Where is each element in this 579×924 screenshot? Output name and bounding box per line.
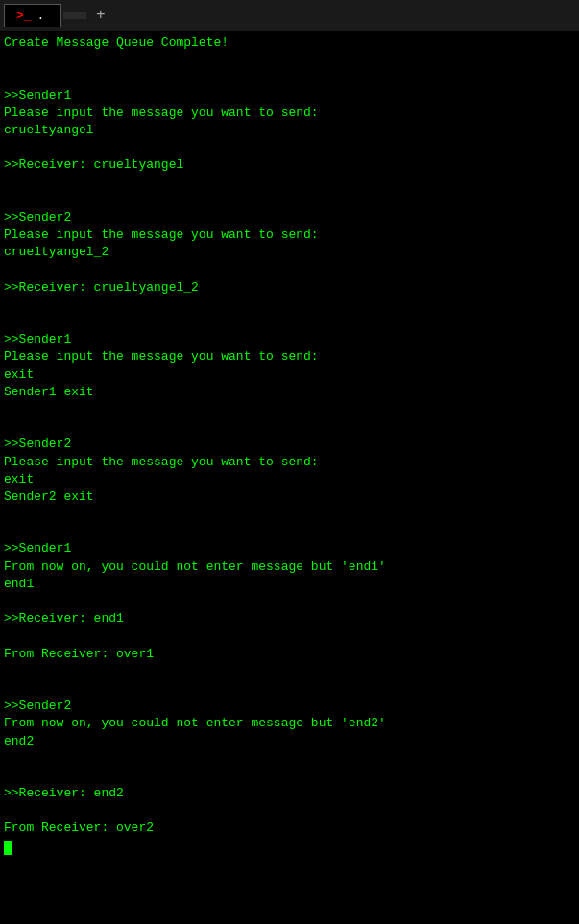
empty-line	[4, 261, 575, 278]
empty-line	[4, 192, 575, 209]
terminal-line: Please input the message you want to sen…	[4, 226, 575, 244]
empty-line	[4, 506, 575, 523]
terminal-line: exit	[4, 367, 575, 384]
terminal-line: crueltyangel	[4, 122, 575, 139]
terminal-line: From now on, you could not enter message…	[4, 558, 575, 576]
tab-new-button[interactable]: +	[88, 3, 113, 28]
terminal-line: From now on, you could not enter message…	[4, 715, 575, 732]
empty-line	[4, 296, 575, 314]
cursor-line	[4, 838, 575, 855]
tab-bar: >_ . +	[0, 0, 579, 31]
terminal-line: Please input the message you want to sen…	[4, 454, 575, 471]
terminal-line: Please input the message you want to sen…	[4, 105, 575, 122]
terminal-line: Please input the message you want to sen…	[4, 348, 575, 366]
terminal-line: Create Message Queue Complete!	[4, 35, 575, 52]
terminal-line: >>Sender1	[4, 87, 575, 105]
terminal-line: Sender1 exit	[4, 384, 575, 401]
terminal-line: >>Receiver: crueltyangel_2	[4, 279, 575, 296]
tab-inactive[interactable]	[63, 12, 86, 19]
empty-line	[4, 401, 575, 418]
terminal-line: end2	[4, 733, 575, 750]
tab-active[interactable]: >_ .	[4, 4, 61, 27]
terminal-window: >_ . + Create Message Queue Complete!>>S…	[0, 0, 579, 924]
terminal-cursor	[4, 841, 12, 855]
tab-prompt-icon: >_	[16, 9, 32, 23]
terminal-line: end1	[4, 576, 575, 593]
empty-line	[4, 663, 575, 680]
empty-line	[4, 750, 575, 768]
empty-line	[4, 593, 575, 610]
empty-line	[4, 523, 575, 540]
terminal-line: >>Sender1	[4, 540, 575, 557]
empty-line	[4, 52, 575, 69]
empty-line	[4, 768, 575, 785]
empty-line	[4, 139, 575, 156]
terminal-line: crueltyangel_2	[4, 244, 575, 261]
tab-dot: .	[37, 9, 45, 23]
terminal-line: Sender2 exit	[4, 488, 575, 506]
terminal-line: >>Receiver: end1	[4, 610, 575, 628]
terminal-line: >>Sender2	[4, 436, 575, 453]
empty-line	[4, 680, 575, 698]
terminal-line: >>Receiver: crueltyangel	[4, 156, 575, 174]
terminal-line: exit	[4, 471, 575, 488]
terminal-line: >>Sender2	[4, 209, 575, 226]
empty-line	[4, 175, 575, 192]
terminal-line: >>Sender2	[4, 698, 575, 715]
empty-line	[4, 314, 575, 331]
terminal-content[interactable]: Create Message Queue Complete!>>Sender1P…	[0, 31, 579, 924]
empty-line	[4, 802, 575, 819]
terminal-line: >>Receiver: end2	[4, 785, 575, 802]
empty-line	[4, 69, 575, 86]
terminal-line: From Receiver: over1	[4, 646, 575, 663]
empty-line	[4, 418, 575, 436]
empty-line	[4, 628, 575, 645]
terminal-line: >>Sender1	[4, 331, 575, 348]
terminal-line: From Receiver: over2	[4, 819, 575, 837]
